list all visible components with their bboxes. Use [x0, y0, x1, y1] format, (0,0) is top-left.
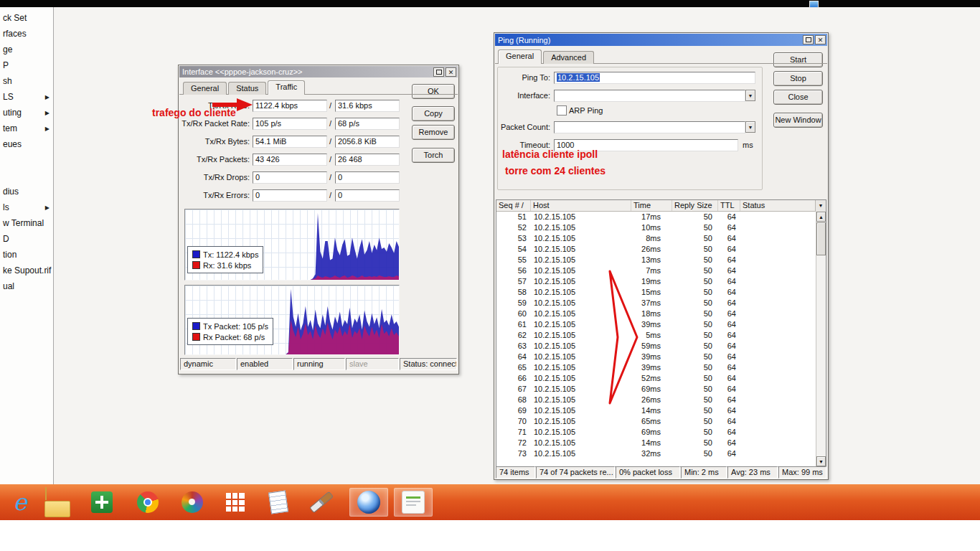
- cell: 71: [496, 427, 531, 438]
- tx-value-field: 0: [253, 171, 327, 184]
- table-row[interactable]: 5910.2.15.10537ms5064: [496, 298, 826, 309]
- close-button[interactable]: Close: [773, 90, 823, 105]
- table-row[interactable]: 6810.2.15.10526ms5064: [496, 395, 826, 405]
- taskbar-item-notepad[interactable]: [263, 488, 294, 517]
- taskbar-item-app-grid[interactable]: [220, 488, 251, 517]
- table-row[interactable]: 5810.2.15.10515ms5064: [496, 287, 826, 298]
- tab-traffic[interactable]: Traffic: [268, 80, 305, 95]
- notes-app-icon: [402, 491, 425, 514]
- table-row[interactable]: 7110.2.15.10569ms5064: [496, 427, 826, 438]
- tab-general[interactable]: General: [183, 82, 227, 95]
- table-row[interactable]: 5110.2.15.10517ms5064: [496, 212, 826, 222]
- table-row[interactable]: 6310.2.15.10559ms5064: [496, 341, 826, 352]
- interface-window-titlebar[interactable]: Interface <<pppoe-jackson-cruz>> ✕: [179, 66, 458, 77]
- taskbar-item-ie[interactable]: e: [4, 488, 36, 517]
- ok-button[interactable]: OK: [412, 84, 455, 99]
- ping-window-titlebar[interactable]: Ping (Running) ✕: [495, 34, 827, 46]
- sidebar-item-tem[interactable]: tem▶: [0, 121, 53, 136]
- status-cell: 74 of 74 packets re...: [536, 466, 615, 479]
- sidebar-item-ke-supout-rif[interactable]: ke Supout.rif: [0, 263, 53, 278]
- start-button[interactable]: Start: [773, 52, 823, 67]
- table-row[interactable]: 5310.2.15.1058ms5064: [496, 233, 826, 244]
- top-bar-icon[interactable]: [809, 1, 819, 8]
- sidebar-item-ual[interactable]: ual: [0, 278, 53, 294]
- table-row[interactable]: 6110.2.15.10539ms5064: [496, 319, 826, 330]
- sidebar-item-sh[interactable]: sh: [0, 73, 53, 89]
- sidebar-item-ge[interactable]: ge: [0, 42, 53, 57]
- torch-button[interactable]: Torch: [412, 148, 455, 163]
- close-button[interactable]: ✕: [815, 35, 826, 44]
- sidebar-item-dius[interactable]: dius: [0, 184, 53, 199]
- table-row[interactable]: 6710.2.15.10569ms5064: [496, 384, 826, 395]
- stop-button[interactable]: Stop: [773, 71, 823, 86]
- window-title: Interface <<pppoe-jackson-cruz>>: [182, 67, 432, 76]
- tab-status[interactable]: Status: [228, 82, 266, 95]
- taskbar-item-palette-app[interactable]: [176, 488, 208, 517]
- tab-advanced[interactable]: Advanced: [543, 51, 594, 64]
- vertical-scrollbar[interactable]: ▲ ▼: [816, 212, 826, 466]
- scroll-down-icon[interactable]: ▼: [816, 456, 826, 466]
- column-header-host[interactable]: Host: [531, 200, 631, 211]
- table-row[interactable]: 5210.2.15.10510ms5064: [496, 222, 826, 233]
- interface-dropdown-icon[interactable]: ▼: [745, 90, 755, 101]
- packet-count-dropdown-icon[interactable]: ▼: [745, 121, 755, 133]
- taskbar-item-green-app[interactable]: [86, 488, 118, 517]
- tx-value-field: 105 p/s: [253, 118, 327, 130]
- bottom-margin: [0, 520, 980, 551]
- sidebar-item-w-terminal[interactable]: w Terminal: [0, 215, 53, 231]
- scrollbar-thumb[interactable]: [816, 222, 826, 255]
- sidebar-item-ls[interactable]: ls▶: [0, 199, 53, 215]
- submenu-arrow-icon: ▶: [45, 121, 50, 136]
- sidebar-item-d[interactable]: D: [0, 231, 53, 247]
- interface-input[interactable]: [554, 90, 745, 102]
- selected-text: 10.2.15.105: [557, 73, 600, 82]
- table-row[interactable]: 6610.2.15.10552ms5064: [496, 373, 826, 384]
- table-row[interactable]: 7310.2.15.10532ms5064: [496, 448, 826, 459]
- table-row[interactable]: 5610.2.15.1057ms5064: [496, 265, 826, 276]
- table-row[interactable]: 5410.2.15.10526ms5064: [496, 244, 826, 255]
- taskbar-item-winbox[interactable]: [349, 488, 388, 517]
- packet-count-input[interactable]: [554, 121, 745, 133]
- restore-button[interactable]: [803, 35, 814, 44]
- sidebar-item-tion[interactable]: tion: [0, 247, 53, 263]
- column-header-seq[interactable]: Seq # /: [496, 200, 531, 211]
- tab-general[interactable]: General: [498, 50, 542, 64]
- sidebar-item-ck-set[interactable]: ck Set: [0, 10, 53, 26]
- sidebar-item-label: ke Supout.rif: [3, 265, 51, 276]
- table-row[interactable]: 6410.2.15.10539ms5064: [496, 352, 826, 362]
- table-row[interactable]: 6010.2.15.10518ms5064: [496, 309, 826, 319]
- table-row[interactable]: 7210.2.15.10514ms5064: [496, 438, 826, 448]
- table-row[interactable]: 7010.2.15.10565ms5064: [496, 416, 826, 427]
- sidebar-item-rfaces[interactable]: rfaces: [0, 26, 53, 42]
- taskbar-item-notes-app[interactable]: [394, 488, 433, 517]
- copy-button[interactable]: Copy: [412, 106, 455, 121]
- table-row[interactable]: 5710.2.15.10519ms5064: [496, 276, 826, 287]
- cell: 64: [718, 373, 740, 384]
- table-filter-icon[interactable]: ▼: [815, 200, 826, 212]
- taskbar-item-paintbrush[interactable]: [304, 488, 339, 517]
- legend-color-swatch: [192, 322, 200, 330]
- rx-value-field: 0: [335, 171, 400, 184]
- table-row[interactable]: 6210.2.15.1055ms5064: [496, 330, 826, 341]
- new-window-button[interactable]: New Window: [773, 113, 823, 128]
- table-row[interactable]: 6510.2.15.10539ms5064: [496, 362, 826, 373]
- column-header-status[interactable]: Status: [740, 200, 816, 211]
- sidebar-item-eues[interactable]: eues: [0, 136, 53, 152]
- restore-button[interactable]: [433, 67, 444, 77]
- taskbar-item-explorer[interactable]: [42, 488, 73, 517]
- arp-ping-checkbox[interactable]: [557, 105, 567, 116]
- cell: 72: [496, 438, 531, 448]
- scroll-up-icon[interactable]: ▲: [816, 212, 826, 222]
- taskbar-item-chrome[interactable]: [132, 488, 164, 517]
- sidebar-item-p[interactable]: P: [0, 57, 53, 73]
- column-header-reply-size[interactable]: Reply Size: [672, 200, 718, 211]
- sidebar-item-uting[interactable]: uting▶: [0, 105, 53, 121]
- sidebar-item-ls[interactable]: LS▶: [0, 89, 53, 105]
- column-header-ttl[interactable]: TTL: [718, 200, 740, 211]
- table-row[interactable]: 6910.2.15.10514ms5064: [496, 405, 826, 416]
- column-header-time[interactable]: Time: [631, 200, 672, 211]
- remove-button[interactable]: Remove: [412, 125, 455, 140]
- ping-to-input[interactable]: 10.2.15.105: [554, 72, 755, 84]
- close-button[interactable]: ✕: [446, 67, 456, 77]
- table-row[interactable]: 5510.2.15.10513ms5064: [496, 255, 826, 265]
